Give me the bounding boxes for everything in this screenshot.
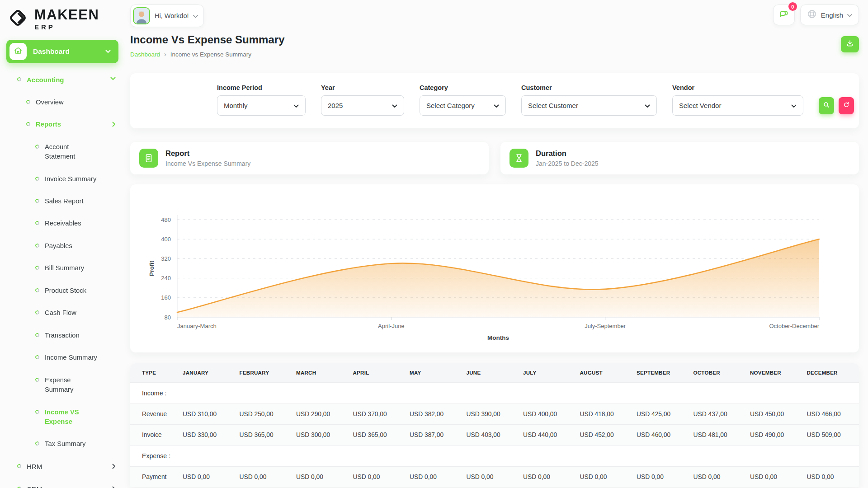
- main-content: Income Vs Expense Summary Dashboard › In…: [127, 33, 868, 487]
- column-header-february: FEBRUARY: [235, 363, 292, 383]
- search-icon: [823, 101, 830, 110]
- app-logo[interactable]: MAKEEN ERP: [6, 5, 118, 40]
- cell: USD 300,00: [292, 425, 349, 446]
- report-card-title: Report: [165, 149, 250, 158]
- search-button[interactable]: [819, 97, 834, 114]
- user-menu[interactable]: Hi, Workdo!: [130, 5, 204, 27]
- chevron-right-icon: [112, 486, 116, 488]
- cell: [178, 446, 235, 467]
- sidebar-item-transaction[interactable]: Transaction: [6, 324, 118, 347]
- chevron-down-icon: [392, 102, 397, 109]
- filter-group-year: Year2025: [321, 84, 404, 116]
- sidebar-item-accounting[interactable]: Accounting: [6, 69, 118, 91]
- income-period-select[interactable]: Monthly: [217, 95, 306, 116]
- cell: [689, 446, 746, 467]
- vendor-select[interactable]: Select Vendor: [672, 95, 803, 116]
- sidebar-item-sales-report[interactable]: Sales Report: [6, 190, 118, 212]
- svg-text:80: 80: [165, 314, 171, 321]
- cell: USD 310,00: [178, 404, 235, 425]
- breadcrumb-separator: ›: [164, 51, 166, 58]
- sidebar-item-overview[interactable]: Overview: [6, 91, 118, 113]
- duration-card-title: Duration: [536, 149, 599, 158]
- row-label: Expense :: [130, 446, 178, 467]
- year-select[interactable]: 2025: [321, 95, 404, 116]
- cell: USD 365,00: [349, 425, 406, 446]
- column-header-november: NOVEMBER: [745, 363, 802, 383]
- column-header-december: DECEMBER: [802, 363, 859, 383]
- topbar: Hi, Workdo! 0 English: [127, 0, 868, 27]
- chevron-down-icon: [193, 12, 198, 20]
- sidebar-item-label: Transaction: [45, 331, 80, 340]
- download-button[interactable]: [841, 36, 859, 52]
- customer-select[interactable]: Select Customer: [521, 95, 657, 116]
- column-header-april: APRIL: [349, 363, 406, 383]
- table-section-row-expense: Expense :: [130, 446, 859, 467]
- cell: USD 387,00: [405, 425, 462, 446]
- svg-text:Profit: Profit: [148, 260, 155, 276]
- sidebar-item-label: Accounting: [27, 75, 64, 85]
- bullet-icon: [35, 441, 40, 446]
- filter-label: Year: [321, 84, 404, 91]
- sidebar-item-hrm[interactable]: HRM: [6, 455, 118, 478]
- cell: [802, 383, 859, 404]
- filter-group-customer: CustomerSelect Customer: [521, 84, 657, 116]
- sidebar-item-cash-flow[interactable]: Cash Flow: [6, 302, 118, 324]
- sidebar-item-tax-summary[interactable]: Tax Summary: [6, 433, 118, 455]
- bullet-icon: [26, 99, 31, 104]
- select-value: Monthly: [224, 102, 248, 109]
- sidebar-item-bill-summary[interactable]: Bill Summary: [6, 257, 118, 279]
- bullet-icon: [17, 77, 22, 82]
- sidebar-item-label: Bill Summary: [45, 263, 84, 273]
- refresh-icon: [843, 101, 850, 110]
- svg-text:160: 160: [161, 294, 171, 301]
- sidebar: MAKEEN ERP Dashboard AccountingOverviewR…: [0, 0, 127, 488]
- sidebar-item-income-vs-expense[interactable]: Income VS Expense: [6, 401, 118, 433]
- column-header-june: JUNE: [462, 363, 519, 383]
- svg-text:Months: Months: [487, 334, 509, 341]
- cell: USD 460,00: [632, 425, 689, 446]
- breadcrumb-dashboard-link[interactable]: Dashboard: [130, 51, 160, 58]
- sidebar-item-label: Income VS Expense: [45, 408, 79, 427]
- sidebar-item-dashboard[interactable]: Dashboard: [6, 40, 118, 63]
- select-value: Select Customer: [528, 102, 578, 109]
- notifications-button[interactable]: 0: [773, 5, 795, 25]
- sidebar-item-reports[interactable]: Reports: [6, 113, 118, 136]
- bullet-icon: [35, 409, 40, 414]
- cell: USD 0,00: [519, 467, 576, 488]
- bullet-icon: [35, 144, 40, 149]
- table-row-payment: PaymentUSD 0,00USD 0,00USD 0,00USD 0,00U…: [130, 467, 859, 488]
- sidebar-item-product-stock[interactable]: Product Stock: [6, 280, 118, 302]
- select-value: Select Category: [426, 102, 475, 109]
- brand-name: MAKEEN: [34, 8, 99, 22]
- cell: [292, 383, 349, 404]
- sidebar-item-income-summary[interactable]: Income Summary: [6, 347, 118, 369]
- cell: [462, 383, 519, 404]
- row-label: Payment: [130, 467, 178, 488]
- cell: USD 466,00: [802, 404, 859, 425]
- chevron-down-icon: [791, 102, 797, 109]
- home-icon: [14, 46, 23, 57]
- brand-sub: ERP: [34, 23, 99, 31]
- category-select[interactable]: Select Category: [420, 95, 506, 116]
- filter-group-income-period: Income PeriodMonthly: [217, 84, 306, 116]
- svg-text:April-June: April-June: [378, 323, 405, 329]
- cell: USD 418,00: [576, 404, 632, 425]
- bullet-icon: [35, 221, 40, 225]
- sidebar-item-payables[interactable]: Payables: [6, 235, 118, 257]
- filter-label: Customer: [521, 84, 657, 91]
- sidebar-item-account-statement[interactable]: Account Statement: [6, 136, 118, 168]
- cell: [405, 446, 462, 467]
- sidebar-item-expense-summary[interactable]: Expense Summary: [6, 369, 118, 401]
- bullet-icon: [35, 288, 40, 293]
- sidebar-item-label: Tax Summary: [45, 439, 85, 449]
- sidebar-item-label: Sales Report: [45, 197, 84, 206]
- sidebar-item-invoice-summary[interactable]: Invoice Summary: [6, 168, 118, 190]
- cell: USD 509,00: [802, 425, 859, 446]
- language-selector[interactable]: English: [800, 5, 859, 25]
- reset-button[interactable]: [839, 97, 854, 114]
- sidebar-item-crm[interactable]: CRM: [6, 478, 118, 488]
- cell: USD 0,00: [632, 467, 689, 488]
- cell: USD 0,00: [689, 467, 746, 488]
- sidebar-item-receivables[interactable]: Receivables: [6, 212, 118, 235]
- row-label: Invoice: [130, 425, 178, 446]
